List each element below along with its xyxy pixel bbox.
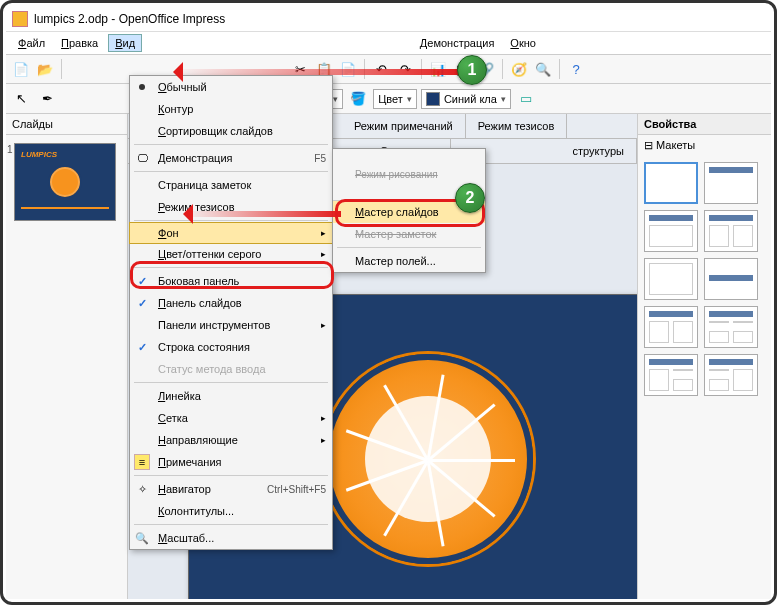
vm-ruler[interactable]: Линейка [130,385,332,407]
vm-headers-footers[interactable]: Колонтитулы... [130,500,332,522]
compass-icon: ✧ [134,481,150,497]
vm-presentation[interactable]: 🖵ДемонстрацияF5 [130,147,332,169]
vm-sidebar[interactable]: ✓Боковая панель [130,270,332,292]
layout-l1[interactable] [644,354,698,396]
vm-grayscale[interactable]: Цвет/оттенки серого▸ [130,243,332,265]
titlebar: lumpics 2.odp - OpenOffice Impress [6,6,771,32]
properties-header: Свойства [638,114,771,135]
layout-title[interactable] [704,162,758,204]
vm-normal[interactable]: Обычный [130,76,332,98]
properties-panel: Свойства ⊟ Макеты [637,114,771,599]
arrow-icon[interactable]: ↖ [10,88,32,110]
zoom-icon[interactable]: 🔍 [532,58,554,80]
annotation-arrow-1 [173,69,463,75]
annotation-arrow-2 [183,211,341,217]
layout-two-content[interactable] [704,210,758,252]
vm-sorter[interactable]: Сортировщик слайдов [130,120,332,142]
window-title: lumpics 2.odp - OpenOffice Impress [34,12,225,26]
help-icon[interactable]: ? [565,58,587,80]
thumb-title: LUMPICS [21,150,109,159]
layout-title-content[interactable] [644,210,698,252]
layout-grid [638,156,771,402]
nav-icon[interactable]: 🧭 [508,58,530,80]
document-icon [12,11,28,27]
layout-centered[interactable] [704,258,758,300]
fill-mode-dropdown[interactable]: Цвет [373,89,417,109]
annotation-badge-1: 1 [457,55,487,85]
open-icon[interactable]: 📂 [34,58,56,80]
vm-annotations[interactable]: ≡Примечания [130,451,332,473]
sm-notes-master[interactable]: Мастер заметок [333,223,485,245]
menu-view[interactable]: Вид [108,34,142,52]
sm-fields-master[interactable]: Мастер полей... [333,250,485,272]
tab-structure[interactable]: структуры [560,139,637,163]
tab-thesis-mode[interactable]: Режим тезисов [466,114,568,138]
sm-drawing-label: Режим рисования [355,169,438,180]
tab-notes-mode[interactable]: Режим примечаний [342,114,466,138]
menu-window[interactable]: Окно [504,35,542,51]
menu-edit[interactable]: Правка [55,35,104,51]
bucket-icon[interactable]: 🪣 [347,88,369,110]
menu-file[interactable]: Файл [12,35,51,51]
magnifier-icon: 🔍 [134,530,150,546]
new-doc-icon[interactable]: 📄 [10,58,32,80]
thumb-orange-icon [48,165,82,199]
layout-two-col[interactable] [644,306,698,348]
vm-statusbar[interactable]: ✓Строка состояния [130,336,332,358]
view-menu-dropdown: Обычный Контур Сортировщик слайдов 🖵Демо… [129,75,333,550]
annotation-badge-2: 2 [455,183,485,213]
layout-grid4[interactable] [704,306,758,348]
fill-color-label: Синий кла [444,93,497,105]
note-icon: ≡ [134,454,150,470]
toolbar-format: ↖ ✒ Серый 🪣 Цвет Синий кла ▭ [6,84,771,114]
fill-color-dropdown[interactable]: Синий кла [421,89,511,109]
menu-presentation[interactable]: Демонстрация [414,35,501,51]
pen-icon[interactable]: ✒ [36,88,58,110]
slides-panel: Слайды LUMPICS [6,114,128,599]
vm-navigator[interactable]: ✧НавигаторCtrl+Shift+F5 [130,478,332,500]
vm-outline[interactable]: Контур [130,98,332,120]
fill-mode-label: Цвет [378,93,403,105]
vm-notes-page[interactable]: Страница заметок [130,174,332,196]
menubar: Файл Правка Вид Вставка Формат Сервис Де… [6,32,771,54]
layout-content-only[interactable] [644,258,698,300]
slide-templates-icon[interactable]: ▭ [515,88,537,110]
vm-slide-panel[interactable]: ✓Панель слайдов [130,292,332,314]
vm-zoom[interactable]: 🔍Масштаб... [130,527,332,549]
vm-grid[interactable]: Сетка▸ [130,407,332,429]
orange-graphic [323,354,533,564]
layouts-section-label[interactable]: ⊟ Макеты [638,135,771,156]
vm-background[interactable]: Фон▸ [129,222,333,244]
screen-icon: 🖵 [134,150,150,166]
vm-toolbars[interactable]: Панели инструментов▸ [130,314,332,336]
color-swatch [426,92,440,106]
layout-l2[interactable] [704,354,758,396]
slides-panel-header: Слайды [6,114,127,135]
vm-ime: Статус метода ввода [130,358,332,380]
layout-blank[interactable] [644,162,698,204]
vm-guides[interactable]: Направляющие▸ [130,429,332,451]
slide-thumbnail[interactable]: LUMPICS [14,143,116,221]
